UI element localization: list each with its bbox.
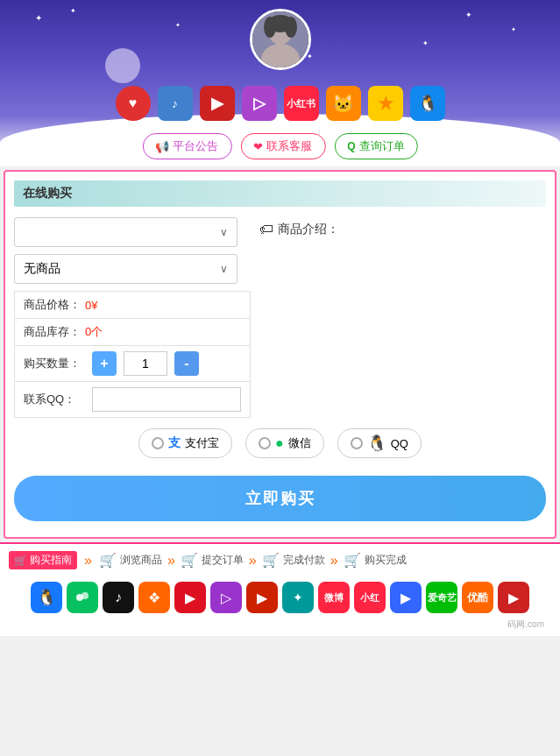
- announce-icon: 📢: [155, 140, 169, 153]
- app-icon-xiaohongshu[interactable]: 小红书: [284, 86, 319, 121]
- footer-icon-purple[interactable]: ▷: [210, 582, 242, 613]
- app-icons-row: ♥ ♪ ▶ ▷ 小红书 🐱 ★ 🐧: [116, 86, 445, 121]
- payment-qq[interactable]: 🐧 QQ: [337, 428, 422, 458]
- stock-row: 商品库存： 0个: [14, 319, 251, 346]
- radio-wechat[interactable]: [259, 437, 271, 449]
- footer-icon-video-red[interactable]: ▶: [174, 582, 206, 613]
- payment-wechat[interactable]: ● 微信: [245, 428, 324, 458]
- service-button[interactable]: ❤ 联系客服: [240, 133, 325, 159]
- step-done-label: 购买完成: [365, 553, 407, 568]
- footer-icon-youku[interactable]: 优酷: [462, 582, 493, 613]
- select2-dropdown[interactable]: 无商品 ∨: [14, 254, 237, 284]
- product-intro-icon: 🏷: [259, 222, 273, 237]
- order-button[interactable]: Q 查询订单: [334, 133, 417, 159]
- guide-bar: 🛒 购买指南 » 🛒 浏览商品 » 🛒 提交订单 » 🛒 完成付款 » 🛒 购买…: [0, 542, 560, 636]
- svg-point-5: [285, 17, 297, 38]
- star-icon: ✦: [35, 13, 42, 23]
- guide-title-row: 🛒 购买指南 » 🛒 浏览商品 » 🛒 提交订单 » 🛒 完成付款 » 🛒 购买…: [9, 551, 551, 569]
- app-icon-star[interactable]: ★: [368, 86, 403, 121]
- select2-group: 无商品 ∨: [14, 254, 251, 284]
- heart-icon: ♥: [129, 95, 138, 111]
- service-icon: ❤: [253, 140, 263, 153]
- select1-dropdown[interactable]: ∨: [14, 217, 237, 247]
- app-icon-qq[interactable]: 🐧: [410, 86, 445, 121]
- radio-qq[interactable]: [351, 437, 363, 449]
- price-label: 商品价格：: [24, 297, 85, 313]
- avatar-svg: [252, 11, 308, 67]
- cart-browse-icon: 🛒: [99, 552, 117, 569]
- wechat-label: 微信: [288, 435, 311, 451]
- arrow-icon-3: »: [330, 553, 338, 569]
- star-icon: ✦: [511, 26, 516, 33]
- app-icon-maoyan[interactable]: 🐱: [326, 86, 361, 121]
- wechat-svg: [74, 589, 91, 606]
- footer-icon-iqiyi[interactable]: 爱奇艺: [426, 582, 457, 613]
- qty-decrease-button[interactable]: -: [174, 351, 199, 376]
- star-icon: ✦: [175, 22, 181, 29]
- qty-input[interactable]: [124, 351, 167, 376]
- section-title: 在线购买: [14, 180, 546, 207]
- alipay-icon: 支: [168, 435, 181, 451]
- wechat-icon: ●: [275, 435, 284, 451]
- svg-point-7: [82, 592, 89, 599]
- footer-icon-wechat[interactable]: [67, 582, 98, 613]
- stock-value: 0个: [85, 324, 103, 340]
- buy-now-button[interactable]: 立即购买: [14, 476, 546, 521]
- cart-done-icon: 🛒: [344, 552, 361, 569]
- footer-icon-red2[interactable]: ▶: [246, 582, 278, 613]
- chevron-down2-icon: ∨: [220, 263, 228, 275]
- footer-icon-orange[interactable]: ❖: [138, 582, 170, 613]
- star-yellow-icon: ★: [378, 93, 393, 114]
- star-icon: ✦: [465, 11, 472, 19]
- right-column: 🏷 商品介绍：: [259, 217, 546, 418]
- footer-icon-blue2[interactable]: ▶: [390, 582, 422, 613]
- play-icon: ▶: [211, 94, 223, 113]
- qq-penguin-icon: 🐧: [418, 94, 437, 113]
- guide-step-done: 🛒 购买完成: [344, 552, 407, 569]
- shop-main-content: 在线购买 ∨ 无商品 ∨ 商品价格： 0¥: [4, 170, 556, 539]
- guide-step-browse: 🛒 浏览商品: [99, 552, 162, 569]
- announce-label: 平台公告: [173, 138, 218, 154]
- guide-step-submit: 🛒 提交订单: [181, 552, 244, 569]
- svg-point-4: [264, 17, 276, 38]
- footer-icon-tiktok[interactable]: ♪: [103, 582, 134, 613]
- footer-icon-qq[interactable]: 🐧: [31, 582, 62, 613]
- step-pay-label: 完成付款: [283, 553, 325, 568]
- footer-icon-last[interactable]: ▶: [498, 582, 529, 613]
- star-icon: ✦: [307, 53, 313, 60]
- qty-increase-button[interactable]: +: [92, 351, 117, 376]
- qq-row: 联系QQ：: [14, 382, 251, 418]
- app-icon-video-purple[interactable]: ▷: [242, 86, 277, 121]
- star-icon: ✦: [422, 39, 429, 47]
- quantity-row: 购买数量： + -: [14, 346, 251, 382]
- footer-icon-weibo[interactable]: 微博: [318, 582, 350, 613]
- avatar-image: [252, 11, 308, 67]
- alipay-label: 支付宝: [185, 435, 219, 451]
- left-column: ∨ 无商品 ∨ 商品价格： 0¥ 商品库存： 0个: [14, 217, 251, 418]
- qty-label: 购买数量：: [24, 356, 85, 371]
- footer-icon-teal[interactable]: ✦: [282, 582, 314, 613]
- plus-icon: +: [100, 356, 108, 371]
- moon-decoration: [105, 48, 140, 83]
- app-icon-music-heart[interactable]: ♥: [116, 86, 151, 121]
- radio-alipay[interactable]: [152, 437, 164, 449]
- announce-button[interactable]: 📢 平台公告: [142, 133, 231, 159]
- buy-button-label: 立即购买: [245, 490, 315, 507]
- product-intro: 🏷 商品介绍：: [259, 222, 546, 237]
- payment-alipay[interactable]: 支 支付宝: [138, 428, 232, 458]
- service-label: 联系客服: [266, 138, 312, 154]
- footer-icon-xiaohongshu[interactable]: 小红: [354, 582, 386, 613]
- app-icon-listen[interactable]: ♪: [158, 86, 193, 121]
- order-label: 查询订单: [359, 138, 405, 154]
- qq-input[interactable]: [92, 387, 241, 412]
- avatar: [250, 9, 311, 70]
- double-arrow-icon: »: [84, 553, 92, 569]
- app-icon-video-red[interactable]: ▶: [200, 86, 235, 121]
- footer-app-icons: 🐧 ♪ ❖ ▶ ▷ ▶ ✦ 微博 小红 ▶ 爱奇艺 优酷 ▶: [9, 576, 551, 618]
- guide-steps: 🛒 浏览商品 » 🛒 提交订单 » 🛒 完成付款 » 🛒 购买完成: [99, 552, 407, 569]
- stock-label: 商品库存：: [24, 324, 85, 340]
- step-submit-label: 提交订单: [202, 553, 244, 568]
- cat-icon: 🐱: [332, 93, 354, 114]
- cart-guide-icon: 🛒: [14, 555, 27, 567]
- qq-pay-icon: 🐧: [367, 434, 386, 453]
